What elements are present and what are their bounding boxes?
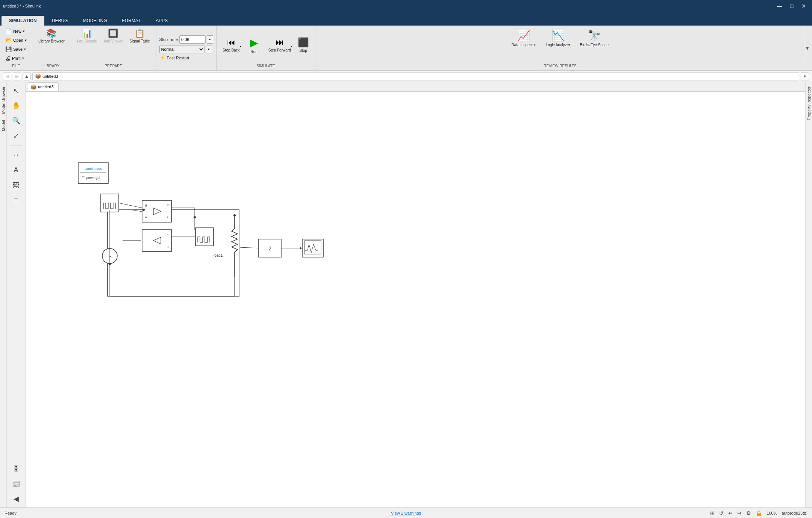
run-button[interactable]: ▶ Run <box>244 35 265 56</box>
sidebar-divider1 <box>11 145 22 145</box>
stop-button[interactable]: ⬛ Stop <box>295 36 312 55</box>
mode-select[interactable]: Normal Accelerator Rapid Accelerator <box>159 45 205 53</box>
image-tool[interactable]: 🖼 <box>9 178 23 192</box>
tab-format[interactable]: FORMAT <box>114 16 148 26</box>
svg-point-23 <box>142 209 145 211</box>
step-back-icon: ⏮ <box>227 38 235 47</box>
data-inspector-button[interactable]: 📈 Data Inspector <box>507 27 541 50</box>
prepare-group-content: 📊 Log Signals 🔲 Add Viewer 📋 Signal Tabl… <box>74 27 153 63</box>
svg-text:✏: ✏ <box>82 175 85 179</box>
svg-text:a: a <box>145 215 147 219</box>
left-sidebar: ↖ ✋ 🔍 ⤢ ↔ A 🖼 □ 🗄 📰 ◀ <box>7 82 26 507</box>
solver-info: auto(ode23tb) <box>782 511 808 515</box>
model-tab-label[interactable]: Model <box>0 117 6 134</box>
right-panel: Property Inspector <box>805 82 812 507</box>
ribbon-review-group: 📈 Data Inspector 📉 Logic Analyzer 🔭 Bird… <box>315 26 805 70</box>
ribbon: 📄 New ▾ 📂 Open ▾ 💾 Save ▾ <box>0 26 812 71</box>
svg-point-26 <box>109 263 111 265</box>
tab-debug[interactable]: DEBUG <box>44 16 76 26</box>
zoom-tool[interactable]: 🔍 <box>9 114 23 128</box>
save-button[interactable]: 💾 Save ▾ <box>3 45 29 53</box>
library-browser-icon: 📚 <box>46 29 56 38</box>
maximize-button[interactable]: □ <box>786 2 797 10</box>
data-btn1[interactable]: 🗄 <box>9 462 23 476</box>
powergui-continuous-label: Continuous <box>85 167 102 171</box>
step-forward-button[interactable]: ⏭ Step Forward ▾ <box>265 36 294 54</box>
mode-row: Normal Accelerator Rapid Accelerator ▾ <box>159 45 214 53</box>
logic-analyzer-button[interactable]: 📉 Logic Analyzer <box>541 27 575 50</box>
shape-tool[interactable]: □ <box>9 193 23 207</box>
nav-up-button[interactable]: ▲ <box>23 72 31 80</box>
ribbon-expand-button[interactable]: ▾ <box>806 45 812 51</box>
stop-time-row: Stop Time ▾ <box>159 35 214 44</box>
tab-modeling[interactable]: MODELING <box>75 16 114 26</box>
fast-restart-row: ⚡ Fast Restart <box>159 55 214 61</box>
save-icon: 💾 <box>5 46 12 52</box>
ribbon-file-group: 📄 New ▾ 📂 Open ▾ 💾 Save ▾ <box>0 26 32 70</box>
fast-restart-label: Fast Restart <box>167 56 189 60</box>
warning-link[interactable]: View 2 warnings <box>391 511 421 515</box>
forward-status-icon[interactable]: ↪ <box>737 510 742 516</box>
settings-icon[interactable]: ⚙ <box>746 510 751 516</box>
stop-time-input[interactable] <box>179 35 206 44</box>
signal-table-icon: 📋 <box>135 29 145 38</box>
logic-analyzer-icon: 📉 <box>551 29 565 42</box>
review-group-label: REVIEW RESULTS <box>544 63 577 69</box>
close-button[interactable]: ✕ <box>798 2 809 10</box>
simulate-group-label: SIMULATE <box>256 63 275 69</box>
diagram-canvas: Continuous powergui ✏ g a m k m g <box>26 82 805 507</box>
new-icon: 📄 <box>5 28 12 34</box>
add-viewer-button[interactable]: 🔲 Add Viewer <box>100 27 126 45</box>
library-browser-button[interactable]: 📚 Library Browser <box>35 27 68 45</box>
powergui-block[interactable] <box>78 163 108 183</box>
nav-back-button[interactable]: ◀ <box>3 72 11 80</box>
prepare-group-label: PREPARE <box>105 63 122 69</box>
lock-icon[interactable]: 🔒 <box>756 510 762 516</box>
ribbon-prepare-group: 📊 Log Signals 🔲 Add Viewer 📋 Signal Tabl… <box>71 26 156 70</box>
birds-eye-scope-button[interactable]: 🔭 Bird's-Eye Scope <box>576 27 613 50</box>
tab-apps[interactable]: APPS <box>148 16 175 26</box>
status-text: Ready <box>5 511 17 515</box>
far-left-tabs: Model Browser Model <box>0 82 7 507</box>
text-tool[interactable]: A <box>9 163 23 177</box>
svg-line-27 <box>240 247 259 248</box>
breadcrumb-dropdown[interactable]: ▾ <box>801 72 809 80</box>
collapse-sidebar-btn[interactable]: ◀ <box>9 492 23 506</box>
run-icon: ▶ <box>250 36 258 49</box>
step-forward-icon: ⏭ <box>276 38 284 47</box>
open-button[interactable]: 📂 Open ▾ <box>3 36 29 44</box>
arrow-tool[interactable]: ↔ <box>9 148 23 162</box>
pointer-tool[interactable]: ↖ <box>9 83 23 98</box>
gain-value: 2 <box>268 245 271 251</box>
print-button[interactable]: 🖨 Print ▾ <box>3 54 29 62</box>
ribbon-simulate-group: ⏮ Step Back ▾ ▶ Run ⏭ Step Forward ▾ ⬛ S… <box>217 26 315 70</box>
grid-icon[interactable]: ⊞ <box>710 510 715 516</box>
log-signals-button[interactable]: 📊 Log Signals <box>74 27 100 45</box>
signal-table-button[interactable]: 📋 Signal Table <box>126 27 153 45</box>
back-status-icon[interactable]: ↩ <box>728 510 733 516</box>
cursor-icon[interactable]: ↺ <box>719 510 724 516</box>
model-browser-tab[interactable]: Model Browser <box>0 83 6 117</box>
svg-marker-30 <box>300 247 302 249</box>
breadcrumb-path: 📦 untitled3 <box>32 72 799 80</box>
simulate-group-content: ⏮ Step Back ▾ ▶ Run ⏭ Step Forward ▾ ⬛ S… <box>220 27 312 63</box>
svg-text:m: m <box>167 203 170 207</box>
nav-forward-button[interactable]: ▶ <box>13 72 21 80</box>
fit-view-tool[interactable]: ⤢ <box>9 129 23 143</box>
svg-text:m: m <box>167 233 170 236</box>
stop-time-dropdown[interactable]: ▾ <box>207 35 213 44</box>
property-inspector-tab[interactable]: Property Inspector <box>806 83 812 123</box>
data-btn2[interactable]: 📰 <box>9 477 23 491</box>
svg-text:g: g <box>167 245 168 248</box>
new-button[interactable]: 📄 New ▾ <box>3 27 29 35</box>
circuit-box <box>108 210 239 296</box>
file-group-label: FILE <box>12 63 20 69</box>
step-back-button[interactable]: ⏮ Step Back ▾ <box>220 36 243 54</box>
canvas-area: 📦 untitled3 Continuous powergui ✏ g a <box>26 82 805 507</box>
tab-simulation[interactable]: SIMULATION <box>2 16 44 26</box>
minimize-button[interactable]: — <box>774 2 785 10</box>
mode-dropdown-arrow[interactable]: ▾ <box>206 45 212 53</box>
pan-tool[interactable]: ✋ <box>9 98 23 113</box>
statusbar: Ready View 2 warnings ⊞ ↺ ↩ ↪ ⚙ 🔒 100% a… <box>0 507 812 518</box>
stop-icon: ⬛ <box>298 37 309 48</box>
